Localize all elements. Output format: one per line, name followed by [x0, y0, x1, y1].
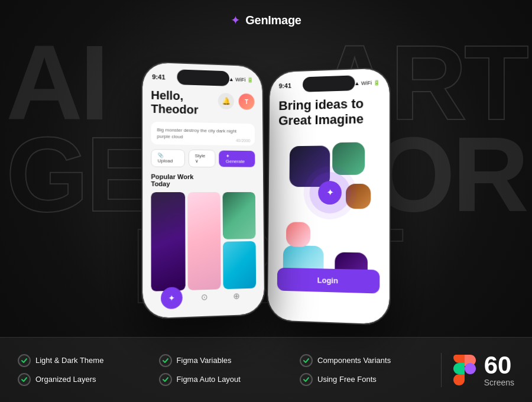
nav-settings[interactable]: ⊕ [226, 285, 247, 307]
grid-image-3 [223, 192, 256, 239]
logo-icon: ✦ [231, 13, 241, 27]
check-icon-1 [18, 354, 31, 367]
phone-right: 9:41 ▲▲ WiFi 🔋 Bring ideas to Great Imag… [267, 67, 391, 326]
prompt-input[interactable]: Big monster destroy the city dark night … [151, 122, 255, 146]
orb-inner: ✦ [318, 181, 342, 205]
headline: Bring ideas to Great Imagine [278, 96, 380, 129]
feature-light-dark: Light & Dark Theme [18, 354, 153, 367]
left-top-row: Hello, Theodor 🔔 T [151, 89, 254, 118]
feature-label-figma-autolayout: Figma Auto Layout [177, 375, 241, 384]
grid-image-4 [223, 241, 256, 289]
greeting-block: Hello, Theodor [151, 89, 198, 117]
features-col-3: Components Variants Using Free Fonts [300, 354, 435, 386]
figma-logo-icon [453, 355, 476, 385]
screens-label: Screens [484, 378, 514, 387]
left-phone-content: Hello, Theodor 🔔 T Big monster destroy t… [142, 62, 264, 319]
nav-home[interactable]: ✦ [161, 287, 183, 309]
check-icon-5 [300, 354, 313, 367]
figma-screens-count: 60 Screens [484, 353, 514, 387]
style-button[interactable]: Style ∨ [189, 150, 216, 167]
login-button[interactable]: Login [277, 268, 380, 294]
center-orb: ✦ [309, 172, 351, 213]
feature-components: Components Variants [300, 354, 435, 367]
feature-label-light-dark: Light & Dark Theme [35, 356, 103, 365]
feature-figma-variables: Figma Variables [159, 354, 294, 367]
features-bar: Light & Dark Theme Organized Layers Figm… [0, 337, 532, 402]
features-col-1: Light & Dark Theme Organized Layers [18, 354, 153, 386]
grid-image-1 [151, 192, 185, 291]
feature-label-components: Components Variants [317, 356, 391, 365]
time-left: 9:41 [152, 73, 165, 81]
feature-label-organized-layers: Organized Layers [35, 375, 96, 384]
top-icons: 🔔 T [218, 93, 255, 110]
feature-label-free-fonts: Using Free Fonts [317, 375, 377, 384]
upload-button[interactable]: 📎 Upload [151, 150, 184, 168]
grid-image-2 [187, 192, 221, 290]
float-img-6 [286, 222, 310, 247]
phone-right-screen: 9:41 ▲▲ WiFi 🔋 Bring ideas to Great Imag… [268, 68, 390, 325]
image-grid [151, 192, 256, 291]
action-row: 📎 Upload Style ∨ ✦ Generate [151, 150, 255, 168]
feature-figma-autolayout: Figma Auto Layout [159, 373, 294, 386]
notch-right [303, 75, 355, 92]
notch-left [177, 69, 229, 86]
check-icon-4 [159, 373, 172, 386]
logo-text: GenImage [245, 14, 301, 27]
features-col-2: Figma Variables Figma Auto Layout [159, 354, 294, 386]
check-icon-2 [18, 373, 31, 386]
popular-label: Popular Work Today [151, 173, 255, 187]
feature-organized-layers: Organized Layers [18, 373, 153, 386]
nav-search[interactable]: ⊙ [194, 286, 215, 309]
phone-left: 9:41 ▲▲ WiFi 🔋 Hello, Theodor 🔔 T [141, 61, 265, 320]
right-phone-content: Bring ideas to Great Imagine ✦ [268, 68, 390, 325]
phone-left-screen: 9:41 ▲▲ WiFi 🔋 Hello, Theodor 🔔 T [142, 62, 264, 319]
feature-free-fonts: Using Free Fonts [300, 373, 435, 386]
screens-number: 60 [484, 353, 514, 378]
greeting-text: Hello, Theodor [151, 89, 198, 117]
avatar[interactable]: T [239, 93, 255, 110]
generate-button[interactable]: ✦ Generate [219, 151, 255, 167]
bell-icon[interactable]: 🔔 [218, 93, 234, 109]
time-right: 9:41 [279, 82, 291, 89]
figma-area: 60 Screens [441, 353, 514, 387]
phones-container: 9:41 ▲▲ WiFi 🔋 Hello, Theodor 🔔 T [112, 33, 420, 340]
feature-label-figma-variables: Figma Variables [177, 356, 232, 365]
check-icon-6 [300, 373, 313, 386]
char-count: 40/2000 [236, 138, 250, 144]
check-icon-3 [159, 354, 172, 367]
header: ✦ GenImage [231, 13, 301, 27]
bottom-nav: ✦ ⊙ ⊕ [142, 284, 264, 310]
